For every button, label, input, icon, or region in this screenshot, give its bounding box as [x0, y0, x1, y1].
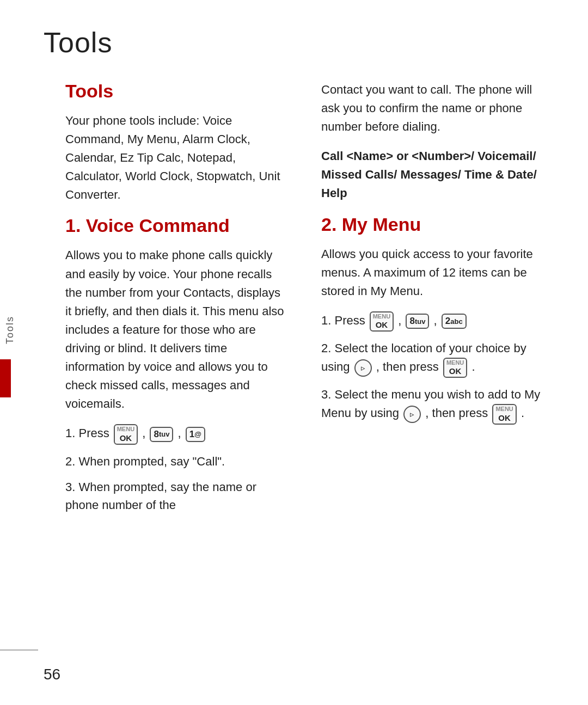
- vc-step-2: 2. When prompted, say "Call".: [65, 452, 289, 470]
- voice-command-description: Allows you to make phone calls quickly a…: [65, 246, 289, 413]
- vc-step-1-keys: MENU OK , 8 tuv , 1 @: [113, 424, 206, 444]
- nav-key-2: ▹: [354, 359, 372, 377]
- menu-ok-key-1: MENU OK: [114, 424, 138, 444]
- page-title: Tools: [0, 0, 588, 75]
- voice-command-section: 1. Voice Command Allows you to make phon…: [65, 215, 289, 513]
- menu-ok-key-3: MENU OK: [443, 358, 467, 378]
- tools-heading: Tools: [65, 81, 289, 102]
- tools-section: Tools Your phone tools include: Voice Co…: [65, 81, 289, 204]
- mm-step-2-text: 2. Select the location of your choice by…: [321, 339, 544, 378]
- sidebar-label: Tools: [4, 316, 16, 350]
- mm-step-3-text: 3. Select the menu you wish to add to My…: [321, 385, 544, 424]
- menu-ok-key-2: MENU OK: [370, 311, 394, 332]
- tools-description: Your phone tools include: Voice Command,…: [65, 112, 289, 204]
- mm-step-3: 3. Select the menu you wish to add to My…: [321, 385, 544, 424]
- right-column: Contact you want to call. The phone will…: [321, 75, 544, 522]
- mm-step-1: 1. Press MENU OK , 8 tuv , 2 abc: [321, 311, 544, 332]
- my-menu-section: 2. My Menu Allows you quick access to yo…: [321, 214, 544, 425]
- my-menu-description: Allows you quick access to your favorite…: [321, 245, 544, 301]
- page-number: 56: [44, 666, 60, 683]
- content-area: Tools Your phone tools include: Voice Co…: [0, 75, 588, 522]
- mm-step-1-number: 1. Press: [321, 311, 365, 329]
- right-continuation: Contact you want to call. The phone will…: [321, 81, 544, 136]
- key-1-vc: 1 @: [186, 427, 205, 442]
- my-menu-steps: 1. Press MENU OK , 8 tuv , 2 abc 2: [321, 311, 544, 425]
- call-options-bold: Call <Name> or <Number>/ Voicemail/ Miss…: [321, 147, 544, 203]
- left-column: Tools Your phone tools include: Voice Co…: [65, 75, 289, 522]
- voice-command-heading: 1. Voice Command: [65, 215, 289, 236]
- vc-step-3-text: 3. When prompted, say the name or phone …: [65, 478, 289, 514]
- key-8tuv-2: 8 tuv: [406, 314, 429, 329]
- my-menu-heading: 2. My Menu: [321, 214, 544, 235]
- vc-step-3: 3. When prompted, say the name or phone …: [65, 478, 289, 514]
- nav-key-3: ▹: [403, 406, 421, 423]
- sidebar-red-bar: [0, 359, 11, 397]
- mm-step-2: 2. Select the location of your choice by…: [321, 339, 544, 378]
- voice-command-steps: 1. Press MENU OK , 8 tuv , 1 @ 2. When p…: [65, 424, 289, 513]
- menu-ok-key-4: MENU OK: [492, 404, 516, 424]
- vc-step-1: 1. Press MENU OK , 8 tuv , 1 @: [65, 424, 289, 444]
- key-8tuv-1: 8 tuv: [150, 427, 173, 442]
- vc-step-1-number: 1. Press: [65, 424, 109, 442]
- vc-step-2-text: 2. When prompted, say "Call".: [65, 452, 225, 470]
- sidebar-line: [0, 649, 38, 651]
- key-2abc: 2 abc: [442, 314, 467, 329]
- mm-step-1-keys: MENU OK , 8 tuv , 2 abc: [369, 311, 468, 332]
